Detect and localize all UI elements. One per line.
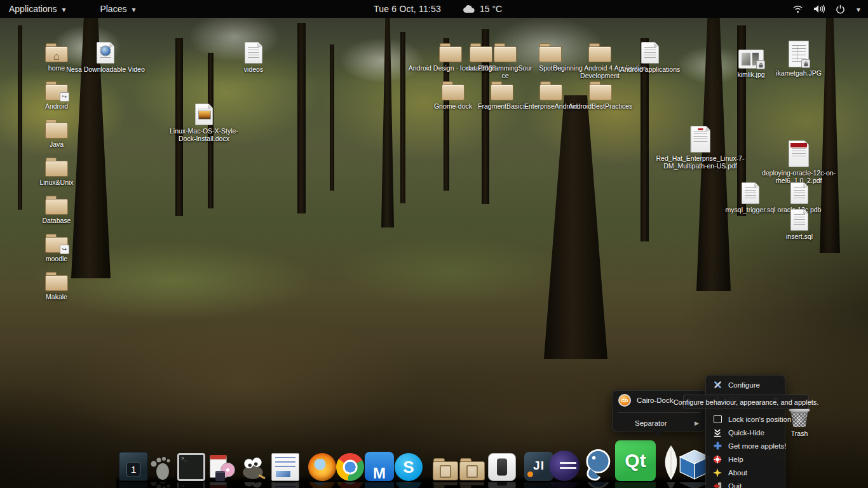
wifi-icon[interactable]: [792, 5, 803, 13]
chevron-down-icon[interactable]: ▼: [855, 6, 862, 13]
weather-applet[interactable]: 15 °C: [463, 4, 502, 14]
gnome-icon: [148, 456, 173, 481]
applications-menu-label: Applications: [9, 4, 57, 14]
dock-reflection: JI: [524, 482, 553, 488]
eclipse-icon: [549, 451, 580, 481]
top-bar: Applications ▼ Places ▼ Tue 6 Oct, 11:53…: [0, 0, 868, 18]
dock-item-software-package[interactable]: [207, 453, 235, 481]
dock-reflection: 1: [119, 482, 148, 488]
dock-item-qt[interactable]: Qt: [615, 440, 656, 481]
star-icon: [712, 468, 722, 478]
tooltip: Configure behaviour, appearance, and app…: [683, 395, 809, 409]
skype-icon: S: [395, 453, 423, 481]
dock-item-chrome[interactable]: [336, 453, 364, 481]
power-icon[interactable]: [836, 4, 845, 14]
postgresql-icon: [580, 447, 614, 481]
dock-reflection: [271, 482, 299, 488]
gimp-icon: [240, 454, 266, 481]
quick-hide-icon: [712, 428, 722, 438]
temperature-label: 15 °C: [480, 4, 502, 14]
dock-reflection: [336, 482, 364, 488]
menu-item-lock-icons-position[interactable]: Lock icon's position: [706, 412, 785, 426]
menu-item-label: Lock icon's position: [728, 416, 791, 423]
software-package-icon: [207, 453, 235, 481]
workspace-switcher-icon: 1: [119, 452, 148, 481]
menu-item-quick-hide[interactable]: Quick-Hide: [706, 426, 785, 439]
menu-item-label: Separator: [635, 419, 667, 427]
qt-icon: Qt: [615, 440, 656, 481]
volume-icon[interactable]: [813, 4, 825, 13]
dock-reflection: [207, 482, 235, 488]
menu-item-label: Help: [728, 456, 743, 463]
menu-item-quit[interactable]: Quit: [706, 479, 785, 488]
dock-item-workspace-switcher[interactable]: 1: [119, 452, 148, 481]
libreoffice-writer-icon: [271, 453, 299, 481]
menu-item-about[interactable]: About: [706, 466, 785, 479]
chevron-down-icon: ▼: [61, 6, 67, 13]
folder-downloads-icon: [459, 456, 484, 481]
plus-icon: [712, 441, 722, 451]
workspace-number: 1: [126, 462, 140, 477]
dock-reflection: [432, 482, 458, 488]
dock-reflection: [549, 482, 580, 488]
dock-item-skype[interactable]: S: [395, 453, 423, 481]
chevron-down-icon: ▼: [130, 6, 137, 13]
dock-reflection: S: [395, 482, 423, 488]
dock-reflection: [580, 482, 614, 488]
folder-documents-icon: [432, 456, 458, 481]
applet-context-menu: Configure + Add ▶ Lock icon's position Q…: [705, 375, 785, 488]
dock-item-folder-downloads[interactable]: [459, 456, 484, 481]
dock-item-terminal[interactable]: >_: [177, 453, 205, 481]
dock-item-libreoffice-writer[interactable]: [271, 453, 299, 481]
dock-reflection: [488, 482, 516, 488]
menu-item-configure[interactable]: Configure: [706, 378, 785, 391]
menu-item-separator[interactable]: Separator ▶: [613, 416, 705, 431]
cloud-icon: [463, 5, 475, 13]
dock-item-postgresql[interactable]: [580, 447, 614, 481]
phone-icon: [488, 453, 516, 481]
dock-item-firefox[interactable]: [308, 453, 336, 481]
menu-separator: [618, 412, 700, 413]
menu-item-label: Quick-Hide: [728, 429, 764, 437]
dock-item-maxthon[interactable]: M: [365, 452, 394, 481]
chrome-icon: [336, 453, 364, 481]
places-menu[interactable]: Places ▼: [91, 0, 146, 18]
dock-reflection: M: [365, 482, 394, 488]
desktop-screen: Applications ▼ Places ▼ Tue 6 Oct, 11:53…: [0, 0, 868, 488]
configure-tools-icon: [712, 380, 722, 390]
dock-reflection: [148, 482, 173, 488]
cairo-dock-icon: CD: [618, 394, 631, 407]
checkbox-icon: [712, 414, 722, 424]
submenu-arrow-icon: ▶: [695, 420, 699, 426]
dock-reflection: [240, 482, 266, 488]
applications-menu[interactable]: Applications ▼: [0, 0, 76, 18]
maxthon-icon: M: [365, 452, 394, 481]
dock-reflection: [459, 482, 484, 488]
lifebuoy-icon: [712, 454, 722, 464]
menu-item-label: Quit: [728, 482, 742, 488]
dock-item-phone[interactable]: [488, 453, 516, 481]
dock-item-gimp[interactable]: [240, 454, 266, 481]
terminal-icon: >_: [177, 453, 205, 481]
dock-reflection: [308, 482, 336, 488]
menu-item-help[interactable]: Help: [706, 452, 785, 466]
menu-item-label: Get more applets!: [728, 442, 786, 450]
dock-menu-title-label: Cairo-Dock: [637, 396, 674, 404]
menu-item-label: About: [728, 469, 747, 477]
tooltip-text: Configure behaviour, appearance, and app…: [674, 398, 819, 406]
menu-item-label: Configure: [728, 381, 760, 389]
places-menu-label: Places: [100, 4, 126, 14]
dock-item-gnome[interactable]: [148, 456, 173, 481]
menu-item-get-more-applets[interactable]: Get more applets!: [706, 439, 785, 452]
quit-icon: [712, 481, 722, 488]
dock-item-eclipse[interactable]: [549, 451, 580, 481]
dock-reflection: >_: [177, 482, 205, 488]
dock-reflection: Qt: [615, 482, 656, 488]
dock-item-folder-documents[interactable]: [432, 456, 458, 481]
firefox-icon: [308, 453, 336, 481]
dock-reflection: [653, 482, 689, 488]
clock[interactable]: Tue 6 Oct, 11:53: [374, 4, 441, 14]
